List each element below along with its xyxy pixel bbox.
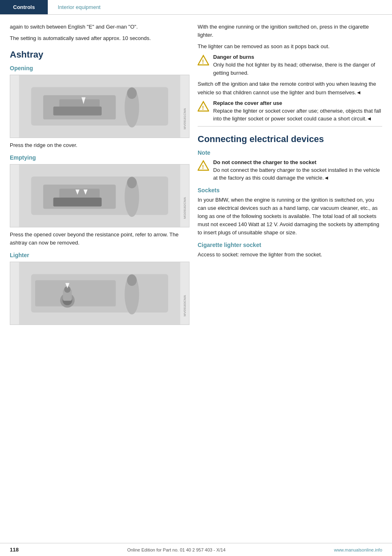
left-column: again to switch between English "E" and … bbox=[10, 23, 189, 328]
img3-watermark: MV09183CMA bbox=[183, 295, 187, 316]
svg-point-5 bbox=[127, 88, 137, 99]
page-footer: 118 Online Edition for Part no. 01 40 2 … bbox=[0, 543, 392, 556]
header-tab-controls[interactable]: Controls bbox=[0, 0, 48, 14]
section-divider bbox=[198, 126, 382, 127]
right-column: With the engine running or the ignition … bbox=[198, 23, 382, 328]
opening-body-text: Press the ridge on the cover. bbox=[10, 141, 189, 149]
main-content: again to switch between English "E" and … bbox=[0, 15, 392, 336]
note-subtitle: Note bbox=[198, 149, 382, 156]
svg-point-13 bbox=[127, 177, 137, 189]
interior-label: Interior equipment bbox=[58, 4, 100, 10]
img1-watermark: MV09181CMA bbox=[183, 108, 187, 129]
emptying-subtitle: Emptying bbox=[10, 154, 189, 161]
warning-charger-box: ! Do not connect the charger to the sock… bbox=[198, 159, 382, 182]
warning-burns-icon: ! bbox=[198, 55, 209, 66]
emptying-body-text: Press the opened cover beyond the resist… bbox=[10, 231, 189, 247]
svg-text:!: ! bbox=[202, 105, 204, 111]
warning-charger-icon: ! bbox=[198, 160, 209, 171]
cigarette-text: Access to socket: remove the lighter fro… bbox=[198, 251, 382, 259]
warning-burns-content: Danger of burns Only hold the hot lighte… bbox=[213, 54, 382, 77]
svg-point-26 bbox=[127, 275, 137, 286]
warning-cover-title: Replace the cover after use bbox=[213, 100, 382, 106]
lighter-subtitle: Lighter bbox=[10, 252, 189, 258]
svg-rect-7 bbox=[53, 107, 101, 116]
footer-logo: www.manualsonline.info bbox=[334, 547, 382, 552]
ashtray-title: Ashtray bbox=[10, 49, 189, 60]
warning-cover-box: ! Replace the cover after use Replace th… bbox=[198, 100, 382, 123]
svg-rect-14 bbox=[53, 198, 101, 207]
cigarette-subtitle: Cigarette lighter socket bbox=[198, 242, 382, 248]
lighter-text-1: With the engine running or the ignition … bbox=[198, 23, 382, 39]
warning-cover-icon: ! bbox=[198, 101, 209, 112]
lighter-image: MV09183CMA bbox=[10, 262, 189, 325]
intro-text-2: The setting is automatically saved after… bbox=[10, 34, 189, 42]
page-number: 118 bbox=[10, 547, 19, 553]
warning-burns-text: Only hold the hot lighter by its head; o… bbox=[213, 61, 382, 77]
header-tab-interior[interactable]: Interior equipment bbox=[48, 0, 110, 14]
page-header: Controls Interior equipment bbox=[0, 0, 392, 15]
warning-charger-title: Do not connect the charger to the socket bbox=[213, 159, 382, 165]
img2-watermark: MG09182CMA bbox=[183, 197, 187, 219]
warning-cover-content: Replace the cover after use Replace the … bbox=[213, 100, 382, 123]
warning-burns-title: Danger of burns bbox=[213, 54, 382, 60]
svg-text:!: ! bbox=[202, 164, 204, 170]
lighter-text-2: The lighter can be removed as soon as it… bbox=[198, 42, 382, 51]
sockets-text: In your BMW, when the engine is running … bbox=[198, 196, 382, 237]
warning-burns-box: ! Danger of burns Only hold the hot ligh… bbox=[198, 54, 382, 77]
warning-charger-content: Do not connect the charger to the socket… bbox=[213, 159, 382, 182]
lighter-text-3: Switch off the ignition and take the rem… bbox=[198, 80, 382, 96]
connecting-title: Connecting electrical devices bbox=[198, 134, 382, 145]
sockets-subtitle: Sockets bbox=[198, 187, 382, 193]
opening-image: MV09181CMA bbox=[10, 75, 189, 138]
warning-cover-text: Replace the lighter or socket cover afte… bbox=[213, 107, 382, 123]
svg-text:!: ! bbox=[202, 58, 204, 65]
emptying-image: MG09182CMA bbox=[10, 164, 189, 227]
svg-rect-19 bbox=[35, 280, 116, 307]
opening-subtitle: Opening bbox=[10, 65, 189, 71]
controls-label: Controls bbox=[13, 4, 35, 10]
intro-text-1: again to switch between English "E" and … bbox=[10, 23, 189, 31]
footer-edition: Online Edition for Part no. 01 40 2 957 … bbox=[127, 547, 225, 552]
warning-charger-text: Do not connect the battery charger to th… bbox=[213, 166, 382, 182]
